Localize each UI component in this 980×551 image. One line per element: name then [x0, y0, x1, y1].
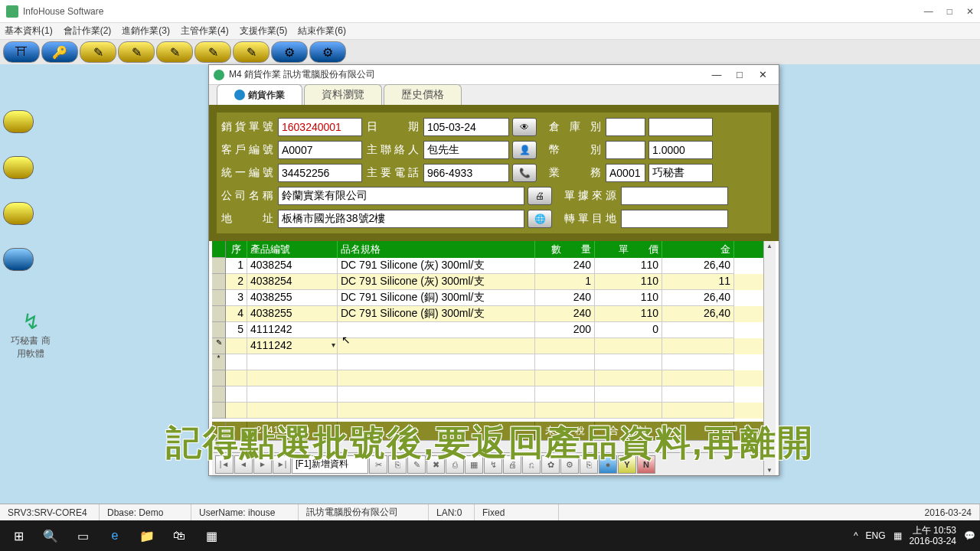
table-row[interactable]: 44038255DC 791 Silicone (銅) 300ml/支24011… [212, 306, 763, 322]
search-icon[interactable]: 🔍 [37, 523, 64, 548]
grid-body[interactable]: 14038254DC 791 Silicone (灰) 300ml/支24011… [212, 258, 763, 422]
tray-up-icon[interactable]: ^ [854, 530, 858, 541]
label-uniform: 統一編號 [220, 166, 275, 180]
table-row[interactable]: 24038254DC 791 Silicone (灰) 300ml/支11101… [212, 274, 763, 290]
label-contact: 主聯絡人 [365, 143, 420, 157]
tray-date[interactable]: 2016-03-24 [910, 536, 956, 546]
taskview-icon[interactable]: ▭ [69, 523, 96, 548]
input-tel[interactable] [423, 164, 509, 182]
tab-browse[interactable]: 資料瀏覽 [304, 84, 382, 105]
toolbar-btn-5[interactable]: ✎ [156, 41, 193, 63]
explorer-icon[interactable]: 📁 [133, 523, 161, 548]
label-warehouse: 倉 庫 別 [547, 120, 603, 134]
minimize-button[interactable]: — [924, 6, 933, 17]
app-title: InfoHouse Software [23, 6, 924, 17]
input-warehouse-code[interactable] [606, 118, 645, 136]
table-row-editing[interactable]: ✎4111242▾ [212, 338, 763, 354]
side-icon-2[interactable] [3, 156, 34, 179]
menu-basic[interactable]: 基本資料(1) [5, 24, 53, 37]
toolbar-btn-1[interactable]: ⛩ [3, 41, 40, 63]
app-logo-icon [6, 5, 18, 18]
label-dest: 轉單目地 [563, 212, 618, 226]
tray-input-icon[interactable]: ▦ [893, 530, 902, 541]
input-currency[interactable] [606, 141, 645, 159]
tray-time[interactable]: 上午 10:53 [910, 525, 956, 536]
table-row-empty [212, 386, 763, 403]
tab-sales[interactable]: 銷貨作業 [217, 84, 302, 105]
brand-logo: ↯ 巧秘書 商用軟體 [8, 309, 54, 360]
input-sales-name[interactable] [648, 164, 713, 182]
toolbar-btn-4[interactable]: ✎ [118, 41, 155, 63]
input-warehouse-name[interactable] [648, 118, 713, 136]
input-rate[interactable] [648, 141, 713, 159]
menu-exit[interactable]: 結束作業(6) [298, 24, 346, 37]
input-uniform[interactable] [278, 164, 362, 182]
table-row[interactable]: 34038255DC 791 Silicone (銅) 300ml/支24011… [212, 290, 763, 306]
menu-accounting[interactable]: 會計作業(2) [64, 24, 112, 37]
table-row-empty [212, 370, 763, 386]
inner-close-button[interactable]: ✕ [751, 69, 774, 80]
label-date: 日 期 [365, 120, 420, 134]
label-company: 公司名稱 [220, 189, 275, 203]
instruction-overlay: 記得點選批號後,要返回產品資料,再離開 [0, 419, 980, 467]
date-picker-button[interactable]: 👁 [512, 118, 537, 136]
tab-history[interactable]: 歷史價格 [384, 84, 462, 105]
input-dest[interactable] [621, 210, 728, 228]
label-currency: 幣 別 [547, 143, 603, 157]
tel-button[interactable]: 📞 [512, 164, 537, 182]
inner-minimize-button[interactable]: — [705, 69, 728, 80]
store-icon[interactable]: 🛍 [165, 523, 193, 548]
toolbar-btn-6[interactable]: ✎ [194, 41, 231, 63]
outer-titlebar: InfoHouse Software — □ ✕ [0, 0, 980, 23]
company-lookup-button[interactable]: 🖨 [528, 187, 552, 205]
menu-manager[interactable]: 主管作業(4) [181, 24, 229, 37]
app-taskbar-icon[interactable]: ▦ [198, 523, 225, 548]
input-contact[interactable] [423, 141, 509, 159]
input-address[interactable] [278, 210, 524, 228]
sales-window: M4 銷貨作業 訊坊電腦股份有限公司 — □ ✕ 銷貨作業 資料瀏覽 歷史價格 … [208, 64, 779, 476]
close-button[interactable]: ✕ [966, 6, 974, 17]
taskbar: ⊞ 🔍 ▭ e 📁 🛍 ▦ ^ ENG ▦ 上午 10:53 2016-03-2… [0, 520, 980, 551]
input-company[interactable] [278, 187, 524, 205]
toolbar-btn-8[interactable]: ⚙ [271, 41, 308, 63]
side-icon-4[interactable] [3, 248, 34, 271]
grid-header: 序 產品編號 品名規格 數 量 單 價 金 [212, 241, 763, 258]
tray-lang[interactable]: ENG [866, 530, 886, 541]
input-orderno[interactable] [278, 118, 362, 136]
input-sales-code[interactable] [606, 164, 645, 182]
menu-inventory[interactable]: 進銷作業(3) [122, 24, 170, 37]
edge-icon[interactable]: e [101, 523, 129, 548]
table-row[interactable]: 541112422000 [212, 322, 763, 338]
label-source: 單據來源 [563, 189, 618, 203]
window-title: M4 銷貨作業 訊坊電腦股份有限公司 [229, 68, 705, 81]
main-toolbar: ⛩ 🔑 ✎ ✎ ✎ ✎ ✎ ⚙ ⚙ [0, 40, 980, 64]
input-date[interactable] [423, 118, 509, 136]
label-tel: 主要電話 [365, 166, 420, 180]
start-button[interactable]: ⊞ [5, 523, 32, 548]
inner-maximize-button[interactable]: □ [728, 69, 751, 80]
side-icon-3[interactable] [3, 202, 34, 225]
menu-support[interactable]: 支援作業(5) [240, 24, 288, 37]
toolbar-btn-9[interactable]: ⚙ [309, 41, 346, 63]
table-row[interactable]: 14038254DC 791 Silicone (灰) 300ml/支24011… [212, 258, 763, 274]
maximize-button[interactable]: □ [947, 6, 952, 17]
contact-lookup-button[interactable]: 👤 [512, 141, 537, 159]
toolbar-btn-7[interactable]: ✎ [233, 41, 270, 63]
label-sales: 業 務 [547, 166, 603, 180]
address-button[interactable]: 🌐 [528, 210, 552, 228]
status-bar: SRV3:SRV-CORE4 Dbase: Demo UserName: iho… [0, 504, 980, 520]
tray-notifications-icon[interactable]: 💬 [964, 530, 975, 541]
side-icon-1[interactable] [3, 110, 34, 133]
toolbar-btn-2[interactable]: 🔑 [41, 41, 78, 63]
label-orderno: 銷貨單號 [220, 120, 275, 134]
menubar: 基本資料(1) 會計作業(2) 進銷作業(3) 主管作業(4) 支援作業(5) … [0, 23, 980, 40]
label-address: 地 址 [220, 212, 275, 226]
input-custno[interactable] [278, 141, 362, 159]
input-source[interactable] [621, 187, 728, 205]
window-icon [214, 70, 224, 80]
label-custno: 客戶編號 [220, 143, 275, 157]
table-row-new[interactable]: * [212, 354, 763, 370]
table-row-empty [212, 403, 763, 419]
toolbar-btn-3[interactable]: ✎ [80, 41, 116, 63]
